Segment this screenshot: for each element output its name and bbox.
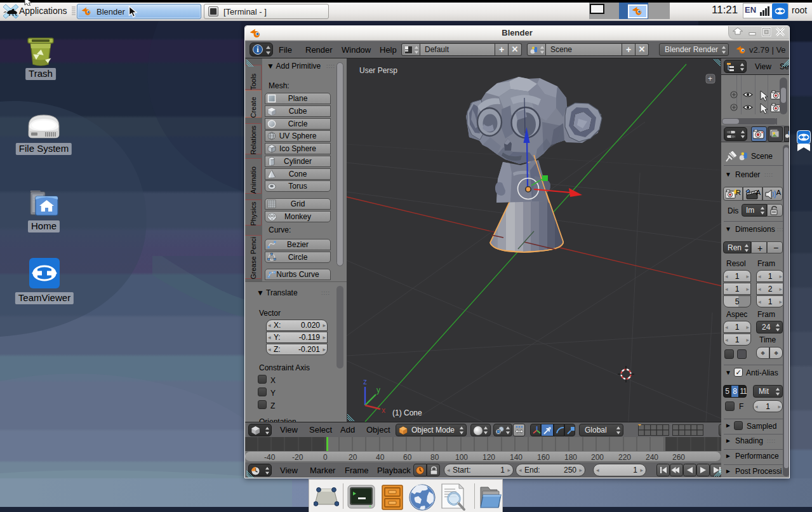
svg-text:+: + [708, 74, 712, 83]
svg-text:User Persp: User Persp [359, 66, 397, 75]
svg-text:y: y [376, 386, 380, 394]
svg-text:(1) Cone: (1) Cone [392, 408, 422, 417]
svg-text:z: z [363, 377, 367, 386]
svg-text:x: x [382, 406, 385, 415]
